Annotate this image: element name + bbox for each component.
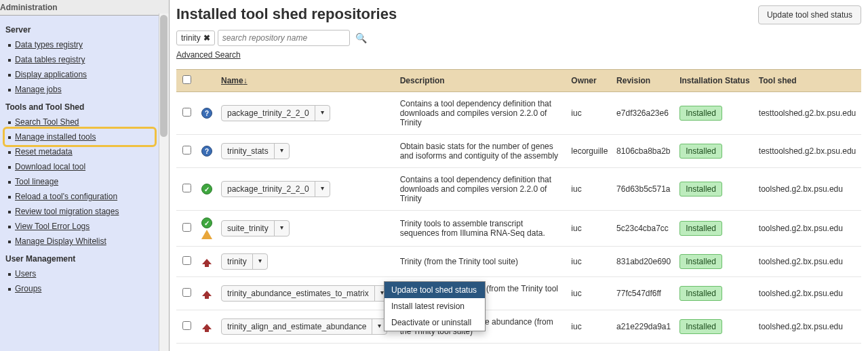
sidebar-link[interactable]: Manage jobs	[15, 85, 62, 94]
row-checkbox[interactable]	[182, 321, 191, 330]
status-badge: Installed	[679, 319, 722, 334]
column-toolshed: Tool shed	[755, 70, 861, 92]
sidebar-link[interactable]: Reload a tool's configuration	[15, 192, 117, 201]
row-checkbox[interactable]	[182, 288, 191, 297]
row-checkbox[interactable]	[182, 108, 191, 117]
repo-revision: 76d63b5c571a	[612, 168, 675, 211]
repo-name-label[interactable]: package_trinity_2_2_0	[222, 106, 315, 121]
table-row: trinity▾Trinity (from the Trinity tool s…	[176, 247, 861, 277]
repo-name-dropdown[interactable]: package_trinity_2_2_0▾	[221, 105, 330, 121]
sidebar-item[interactable]: Manage installed tools	[5, 129, 154, 144]
check-icon	[201, 218, 212, 228]
caret-down-icon[interactable]: ▾	[253, 254, 267, 269]
sidebar: Administration ServerData types registry…	[0, 0, 170, 351]
repo-description: Trinity tools to assemble transcript seq…	[396, 211, 568, 247]
sidebar-link[interactable]: Search Tool Shed	[15, 117, 79, 127]
repo-name-dropdown[interactable]: suite_trinity▾	[221, 220, 290, 236]
menu-item[interactable]: Deactivate or uninstall	[384, 314, 485, 331]
sidebar-item[interactable]: Users	[5, 266, 154, 281]
sidebar-link[interactable]: Display applications	[15, 70, 87, 79]
column-name-sort[interactable]: Name↓	[221, 76, 248, 85]
repo-owner: iuc	[567, 92, 612, 135]
sidebar-item[interactable]: Review tool migration stages	[5, 204, 154, 219]
sidebar-item[interactable]: Tool lineage	[5, 174, 154, 189]
repo-name-label[interactable]: suite_trinity	[222, 221, 275, 236]
caret-down-icon[interactable]: ▾	[275, 144, 289, 159]
caret-down-icon[interactable]: ▾	[315, 182, 330, 197]
repo-revision: 5c23c4cba7cc	[612, 211, 675, 247]
sidebar-link[interactable]: Users	[15, 269, 36, 278]
upgrade-icon	[202, 291, 212, 296]
sidebar-link[interactable]: Download local tool	[15, 162, 85, 171]
search-input[interactable]	[218, 30, 350, 46]
row-checkbox[interactable]	[182, 146, 191, 154]
sidebar-link[interactable]: Data types registry	[15, 40, 83, 49]
repo-owner: iuc	[567, 247, 612, 277]
caret-down-icon[interactable]: ▾	[315, 106, 330, 121]
repo-owner: iuc	[567, 211, 612, 247]
sidebar-link[interactable]: Manage Display Whitelist	[15, 236, 106, 246]
sidebar-item[interactable]: Download local tool	[5, 159, 154, 174]
repo-name-dropdown[interactable]: package_trinity_2_2_0▾	[221, 181, 330, 197]
repo-name-dropdown[interactable]: trinity_stats▾	[221, 143, 290, 159]
repo-owner: iuc	[567, 168, 612, 211]
remove-filter-icon[interactable]: ✖	[203, 33, 210, 43]
repo-revision: a21e229da9a1	[612, 310, 675, 344]
repo-name-label[interactable]: trinity_align_and_estimate_abundance	[222, 319, 372, 334]
upgrade-icon	[202, 324, 212, 329]
repo-description: Contains a tool dependency definition th…	[396, 92, 568, 135]
question-icon: ?	[201, 108, 212, 119]
update-tool-shed-status-button[interactable]: Update tool shed status	[758, 5, 861, 24]
sidebar-item[interactable]: Data types registry	[5, 37, 154, 52]
repo-owner: iuc	[567, 310, 612, 344]
row-checkbox[interactable]	[182, 256, 191, 265]
repo-name-label[interactable]: trinity_stats	[222, 144, 275, 159]
sidebar-link[interactable]: Reset metadata	[15, 147, 73, 157]
row-checkbox[interactable]	[182, 184, 191, 192]
repo-owner: lecorguille	[567, 135, 612, 168]
search-icon[interactable]: 🔍	[353, 33, 367, 43]
filter-chip: trinity ✖	[176, 30, 215, 45]
repo-name-label[interactable]: package_trinity_2_2_0	[222, 182, 315, 197]
repo-name-label[interactable]: trinity_abundance_estimates_to_matrix	[222, 286, 375, 301]
advanced-search-link[interactable]: Advanced Search	[176, 50, 241, 60]
sidebar-item[interactable]: Data tables registry	[5, 52, 154, 67]
page-title: Installed tool shed repositories	[176, 5, 397, 23]
menu-item[interactable]: Install latest revision	[384, 298, 485, 314]
column-description: Description	[396, 70, 568, 92]
sidebar-item[interactable]: Reload a tool's configuration	[5, 189, 154, 204]
sidebar-section-title: Server	[5, 20, 154, 37]
sidebar-link[interactable]: Review tool migration stages	[15, 207, 119, 216]
repo-description: Contains a tool dependency definition th…	[396, 168, 568, 211]
status-badge: Installed	[679, 182, 722, 197]
sidebar-item[interactable]: Manage jobs	[5, 82, 154, 97]
status-badge: Installed	[679, 221, 722, 236]
sidebar-item[interactable]: View Tool Error Logs	[5, 219, 154, 234]
sidebar-link[interactable]: Tool lineage	[15, 177, 58, 186]
status-badge: Installed	[679, 144, 722, 159]
repo-name-label[interactable]: trinity	[222, 254, 253, 269]
sidebar-link[interactable]: Data tables registry	[15, 55, 85, 64]
row-checkbox[interactable]	[182, 223, 191, 232]
sidebar-link[interactable]: Groups	[15, 284, 41, 293]
repo-description: Obtain basic stats for the number of gen…	[396, 135, 568, 168]
sidebar-scrollbar[interactable]	[159, 14, 169, 351]
sidebar-item[interactable]: Manage Display Whitelist	[5, 234, 154, 249]
sidebar-scroll-thumb[interactable]	[160, 15, 167, 137]
repo-name-dropdown[interactable]: trinity_abundance_estimates_to_matrix▾	[221, 285, 390, 302]
menu-item[interactable]: Update tool shed status	[384, 282, 485, 298]
sidebar-item[interactable]: Reset metadata	[5, 144, 154, 159]
question-icon: ?	[201, 146, 212, 157]
sidebar-item[interactable]: Groups	[5, 281, 154, 296]
repo-toolshed: toolshed.g2.bx.psu.edu	[755, 310, 861, 344]
sidebar-link[interactable]: View Tool Error Logs	[15, 222, 90, 231]
select-all-checkbox[interactable]	[182, 75, 191, 84]
sidebar-item[interactable]: Search Tool Shed	[5, 115, 154, 129]
repo-name-dropdown[interactable]: trinity▾	[221, 253, 268, 270]
repo-toolshed: toolshed.g2.bx.psu.edu	[755, 168, 861, 211]
sidebar-link[interactable]: Manage installed tools	[15, 132, 96, 142]
repo-name-dropdown[interactable]: trinity_align_and_estimate_abundance▾	[221, 318, 387, 335]
sidebar-item[interactable]: Display applications	[5, 67, 154, 82]
table-row: ?package_trinity_2_2_0▾Contains a tool d…	[176, 92, 861, 135]
caret-down-icon[interactable]: ▾	[275, 221, 289, 236]
